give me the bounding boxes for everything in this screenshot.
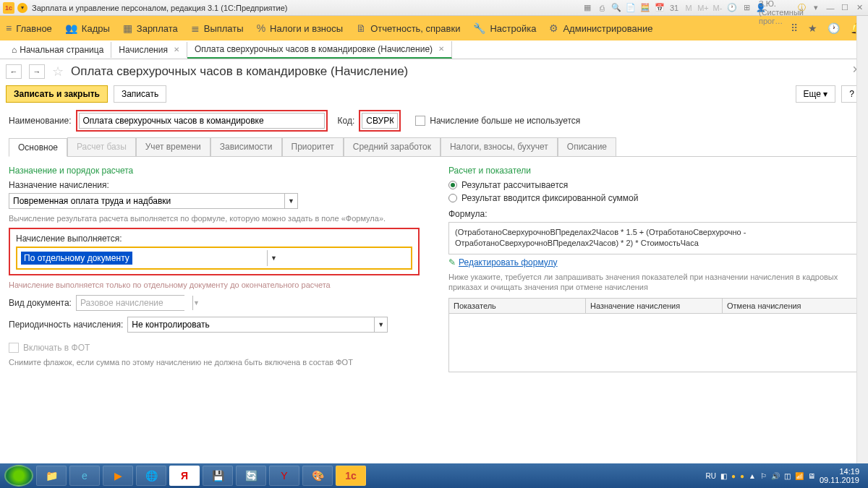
save-close-button[interactable]: Записать и закрыть — [6, 85, 108, 103]
tb-icon-date[interactable]: 31 — [668, 2, 680, 14]
star-icon[interactable]: ☆ — [52, 64, 64, 80]
chevron-down-icon[interactable]: ▼ — [284, 194, 297, 208]
exec-highlight: Начисление выполняется: По отдельному до… — [9, 228, 420, 275]
apps-icon[interactable]: ⠿ — [791, 22, 798, 34]
tb-explorer[interactable]: 📁 — [36, 466, 67, 486]
exec-select[interactable]: По отдельному документу ▼ — [20, 250, 280, 266]
menu-main[interactable]: ≡Главное — [6, 22, 52, 34]
history-icon[interactable]: 🕐 — [827, 22, 840, 34]
tray-icon[interactable]: ◧ — [720, 472, 727, 480]
assign-input[interactable] — [9, 194, 284, 208]
menu-zarplata[interactable]: ▦Зарплата — [123, 22, 178, 34]
tab-raschet-bazy[interactable]: Расчет базы — [67, 137, 136, 156]
tray-icon[interactable]: ● — [740, 472, 744, 480]
tb-ie[interactable]: e — [69, 466, 100, 486]
lang-indicator[interactable]: RU — [705, 472, 715, 480]
tab-zavisimosti[interactable]: Зависимости — [210, 137, 282, 156]
app-menu-dropdown[interactable]: ▾ — [17, 3, 27, 13]
tb-chrome[interactable]: 🌐 — [136, 466, 166, 486]
grid-col-0[interactable]: Показатель — [449, 299, 586, 313]
tb-info-icon[interactable]: ⓘ — [796, 2, 807, 14]
tray-icon[interactable]: ⚐ — [760, 472, 767, 480]
tb-1c[interactable]: 1c — [336, 466, 366, 486]
tb-icon-1[interactable]: ▦ — [582, 2, 593, 14]
grid-col-2[interactable]: Отмена начисления — [723, 299, 859, 313]
not-used-checkbox[interactable] — [415, 116, 425, 126]
period-select[interactable]: ▼ — [127, 317, 388, 333]
window-title: Зарплата и управление персоналом, редакц… — [32, 4, 287, 12]
tb-clock-icon[interactable]: 🕐 — [726, 2, 738, 14]
tb-ybrowser[interactable]: Y — [269, 466, 299, 486]
tab-uchet-vremeni[interactable]: Учет времени — [136, 137, 210, 156]
start-button[interactable] — [4, 465, 33, 487]
radio-fixed[interactable]: Результат вводится фиксированной суммой — [448, 193, 859, 203]
favorite-icon[interactable]: ★ — [808, 22, 817, 34]
tb-save[interactable]: 💾 — [203, 466, 233, 486]
window-maximize[interactable]: ☐ — [839, 2, 851, 14]
bc-home[interactable]: ⌂Начальная страница — [4, 42, 111, 58]
fot-section: Включать в ФОТ Снимите флажок, если сумм… — [9, 343, 420, 367]
tb-player[interactable]: ▶ — [103, 466, 133, 486]
tray-icon[interactable]: ● — [731, 472, 736, 480]
tray-icon[interactable]: 🔊 — [771, 472, 780, 480]
tb-paint[interactable]: 🎨 — [302, 466, 333, 486]
tab-sredniy[interactable]: Средний заработок — [344, 137, 441, 156]
tb-icon-calendar[interactable]: 📅 — [654, 2, 665, 14]
current-user: Савинская З.Ю. (Системный прог… — [775, 2, 787, 14]
bc-tab-1[interactable]: Начисления✕ — [111, 42, 187, 58]
menu-admin[interactable]: ⚙Администрирование — [549, 22, 652, 34]
menu-kadry[interactable]: 👥Кадры — [65, 22, 110, 34]
edit-formula-link[interactable]: Редактировать формулу — [459, 257, 558, 267]
tb-mplus-icon[interactable]: M+ — [697, 2, 709, 14]
tb-icon-calc[interactable]: 🧮 — [639, 2, 651, 14]
tab-nalogi[interactable]: Налоги, взносы, бухучет — [441, 137, 558, 156]
window-minimize[interactable]: — — [825, 2, 836, 14]
scrollbar[interactable] — [856, 16, 868, 463]
chevron-down-icon[interactable]: ▼ — [374, 317, 387, 332]
tb-icon-doc[interactable]: 📄 — [625, 2, 637, 14]
tab-osnovnoe[interactable]: Основное — [9, 138, 67, 157]
tray-icon[interactable]: ▲ — [749, 472, 756, 480]
name-input[interactable] — [79, 113, 325, 129]
tb-grid-icon[interactable]: ⊞ — [741, 2, 752, 14]
tb-yandex[interactable]: Я — [169, 466, 200, 486]
doc-select[interactable]: ▼ — [76, 295, 184, 311]
tb-icon-search[interactable]: 🔍 — [610, 2, 622, 14]
code-input[interactable] — [362, 113, 398, 129]
tray-icon[interactable]: ◫ — [784, 472, 791, 480]
nav-back[interactable]: ← — [6, 64, 22, 79]
fot-checkbox[interactable] — [9, 343, 19, 353]
menu-otchet[interactable]: 🗎Отчетность, справки — [356, 22, 460, 34]
tray-icon[interactable]: 🖥 — [808, 472, 815, 480]
close-icon[interactable]: ✕ — [438, 45, 444, 53]
chevron-down-icon[interactable]: ▼ — [192, 296, 200, 310]
nav-fwd[interactable]: → — [29, 64, 45, 79]
tb-m-icon[interactable]: M — [683, 2, 694, 14]
window-close[interactable]: ✕ — [854, 2, 865, 14]
doc-input[interactable] — [77, 296, 192, 310]
titlebar: 1c ▾ Зарплата и управление персоналом, р… — [0, 0, 868, 16]
clock[interactable]: 14:19 09.11.2019 — [820, 467, 864, 484]
grid-body[interactable] — [449, 314, 859, 372]
more-button[interactable]: Еще ▾ — [796, 85, 836, 103]
tb-app2[interactable]: 🔄 — [236, 466, 266, 486]
menu-nastroika[interactable]: 🔧Настройка — [473, 22, 536, 34]
save-button[interactable]: Записать — [114, 85, 166, 103]
menu-vyplaty[interactable]: ≣Выплаты — [191, 22, 244, 34]
grid-col-1[interactable]: Назначение начисления — [586, 299, 723, 313]
tab-prioritet[interactable]: Приоритет — [282, 137, 344, 156]
tb-min-icon[interactable]: ▾ — [810, 2, 822, 14]
home-icon: ⌂ — [12, 45, 17, 55]
tb-mminus-icon[interactable]: M- — [712, 2, 723, 14]
bc-tab-2[interactable]: Оплата сверхурочных часов в командировке… — [187, 41, 452, 59]
chevron-down-icon[interactable]: ▼ — [267, 250, 280, 266]
tray-icon[interactable]: 📶 — [795, 472, 804, 480]
menu-nalogi[interactable]: %Налоги и взносы — [257, 22, 344, 34]
menu-main-icon: ≡ — [6, 22, 12, 34]
assign-select[interactable]: ▼ — [9, 193, 298, 209]
tb-icon-print[interactable]: ⎙ — [596, 2, 608, 14]
radio-calc[interactable]: Результат рассчитывается — [448, 180, 859, 190]
period-input[interactable] — [128, 317, 374, 332]
close-icon[interactable]: ✕ — [174, 46, 179, 53]
tab-opisanie[interactable]: Описание — [558, 137, 616, 156]
